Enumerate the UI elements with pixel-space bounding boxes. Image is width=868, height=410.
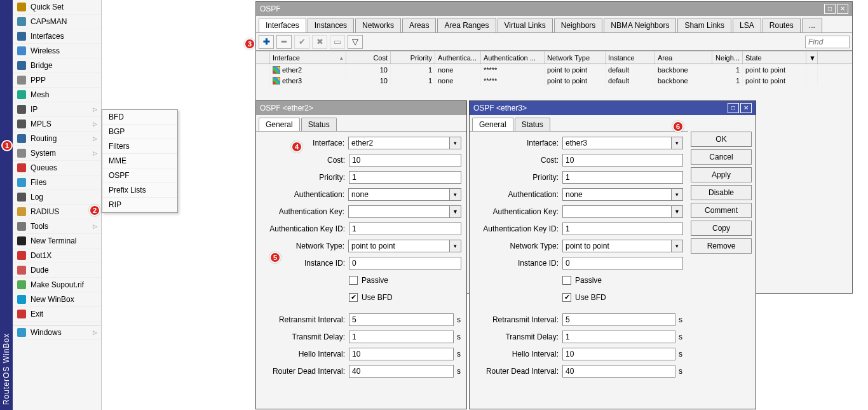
sidebar-item-queues[interactable]: Queues xyxy=(13,161,101,175)
column-header[interactable]: Cost xyxy=(346,51,391,64)
sidebar-item-mesh[interactable]: Mesh xyxy=(13,88,101,102)
tab-status[interactable]: Status xyxy=(515,118,550,131)
close-icon[interactable]: ✕ xyxy=(740,103,752,113)
column-header[interactable]: Interface ▴ xyxy=(270,51,346,64)
form-input[interactable] xyxy=(348,240,450,252)
comment-button[interactable]: Comment xyxy=(691,203,752,218)
sidebar-item-ppp[interactable]: PPP xyxy=(13,73,101,88)
submenu-item-bfd[interactable]: BFD xyxy=(102,110,177,125)
checkbox[interactable]: ✔ xyxy=(562,293,571,302)
dropdown-icon[interactable]: ▼ xyxy=(672,205,683,218)
sidebar-item-routing[interactable]: Routing ▷ xyxy=(13,132,101,146)
copy-button[interactable]: Copy xyxy=(691,221,752,236)
close-icon[interactable]: ✕ xyxy=(837,4,848,14)
tab-virtual-links[interactable]: Virtual Links xyxy=(498,18,553,32)
form-input[interactable] xyxy=(562,257,683,270)
dropdown-icon[interactable]: ▾ xyxy=(450,188,461,201)
dialog-titlebar-ether3[interactable]: OSPF <ether3> □ ✕ xyxy=(470,101,756,115)
form-input[interactable] xyxy=(562,365,675,378)
sidebar-item-exit[interactable]: Exit xyxy=(13,307,101,322)
column-header[interactable]: Priority xyxy=(391,51,435,64)
form-input[interactable] xyxy=(562,240,672,252)
submenu-item-bgp[interactable]: BGP xyxy=(102,125,177,139)
form-input[interactable] xyxy=(349,331,454,343)
disable-button[interactable]: ✖ xyxy=(312,35,327,49)
disable-button[interactable]: Disable xyxy=(691,185,752,200)
ok-button[interactable]: OK xyxy=(691,132,752,147)
tab-general[interactable]: General xyxy=(259,118,300,131)
form-input[interactable] xyxy=(562,222,683,235)
column-header[interactable]: Instance xyxy=(606,51,655,64)
tab-sham-links[interactable]: Sham Links xyxy=(677,18,731,32)
dropdown-icon[interactable]: ▾ xyxy=(672,137,683,149)
column-header[interactable]: State xyxy=(743,51,806,64)
remove-button[interactable]: ━ xyxy=(276,35,292,49)
dropdown-icon[interactable]: ▾ xyxy=(672,188,683,201)
submenu-item-rip[interactable]: RIP xyxy=(102,198,177,212)
column-header[interactable]: Authentication ... xyxy=(481,51,545,64)
cancel-button[interactable]: Cancel xyxy=(691,149,752,165)
sidebar-item-windows[interactable]: Windows▷ xyxy=(13,325,101,340)
ospf-titlebar[interactable]: OSPF □ ✕ xyxy=(256,2,852,16)
tab-networks[interactable]: Networks xyxy=(355,18,401,32)
sidebar-item-bridge[interactable]: Bridge xyxy=(13,58,101,73)
table-row[interactable]: ether2101none*****point to pointdefaultb… xyxy=(256,64,852,75)
checkbox[interactable] xyxy=(562,276,571,285)
column-header[interactable]: Authentica... xyxy=(435,51,481,64)
submenu-item-filters[interactable]: Filters xyxy=(102,139,177,154)
form-input[interactable] xyxy=(562,313,675,326)
dropdown-icon[interactable]: ▾ xyxy=(450,240,461,252)
tab-interfaces[interactable]: Interfaces xyxy=(259,18,306,32)
form-input[interactable] xyxy=(349,222,461,235)
apply-button[interactable]: Apply xyxy=(691,167,752,182)
form-input[interactable] xyxy=(349,154,461,167)
tab-nbma-neighbors[interactable]: NBMA Neighbors xyxy=(604,18,676,32)
form-input[interactable] xyxy=(348,205,450,218)
tab--[interactable]: ... xyxy=(802,18,822,32)
sidebar-item-files[interactable]: Files xyxy=(13,175,101,190)
column-header[interactable]: Area xyxy=(655,51,712,64)
minimize-icon[interactable]: □ xyxy=(728,103,739,113)
form-input[interactable] xyxy=(562,331,675,343)
form-input[interactable] xyxy=(562,154,683,167)
tab-lsa[interactable]: LSA xyxy=(733,18,761,32)
filter-button[interactable]: ▽ xyxy=(348,35,363,49)
submenu-item-prefix-lists[interactable]: Prefix Lists xyxy=(102,183,177,198)
form-input[interactable] xyxy=(348,137,450,149)
sidebar-item-tools[interactable]: Tools ▷ xyxy=(13,219,101,234)
tab-status[interactable]: Status xyxy=(301,118,337,131)
column-header[interactable] xyxy=(256,51,270,64)
find-input[interactable] xyxy=(805,36,850,48)
tab-routes[interactable]: Routes xyxy=(763,18,801,32)
form-input[interactable] xyxy=(349,313,454,326)
tab-general[interactable]: General xyxy=(472,118,513,131)
sidebar-item-wireless[interactable]: Wireless xyxy=(13,44,101,58)
form-input[interactable] xyxy=(562,188,672,201)
dropdown-icon[interactable]: ▼ xyxy=(450,205,461,218)
form-input[interactable] xyxy=(562,348,675,360)
sidebar-item-capsman[interactable]: CAPsMAN xyxy=(13,15,101,29)
dialog-titlebar-ether2[interactable]: OSPF <ether2> xyxy=(256,101,466,115)
form-input[interactable] xyxy=(562,171,683,184)
form-input[interactable] xyxy=(348,188,450,201)
tab-areas[interactable]: Areas xyxy=(402,18,436,32)
form-input[interactable] xyxy=(562,137,672,149)
checkbox[interactable] xyxy=(349,276,358,285)
sidebar-item-log[interactable]: Log xyxy=(13,190,101,205)
minimize-icon[interactable]: □ xyxy=(824,4,836,14)
sidebar-item-make-supout-rif[interactable]: Make Supout.rif xyxy=(13,278,101,292)
tab-instances[interactable]: Instances xyxy=(308,18,354,32)
form-input[interactable] xyxy=(562,205,672,218)
form-input[interactable] xyxy=(349,257,461,270)
sidebar-item-dot1x[interactable]: Dot1X xyxy=(13,249,101,263)
enable-button[interactable]: ✔ xyxy=(294,35,309,49)
comment-button[interactable]: ▭ xyxy=(330,35,345,49)
remove-button[interactable]: Remove xyxy=(691,238,752,254)
sidebar-item-radius[interactable]: RADIUS xyxy=(13,205,101,219)
sidebar-item-ip[interactable]: IP ▷ xyxy=(13,102,101,117)
tab-neighbors[interactable]: Neighbors xyxy=(554,18,603,32)
checkbox[interactable]: ✔ xyxy=(349,293,358,302)
submenu-item-mme[interactable]: MME xyxy=(102,154,177,168)
sidebar-item-mpls[interactable]: MPLS ▷ xyxy=(13,117,101,132)
sidebar-item-new-terminal[interactable]: New Terminal xyxy=(13,234,101,249)
